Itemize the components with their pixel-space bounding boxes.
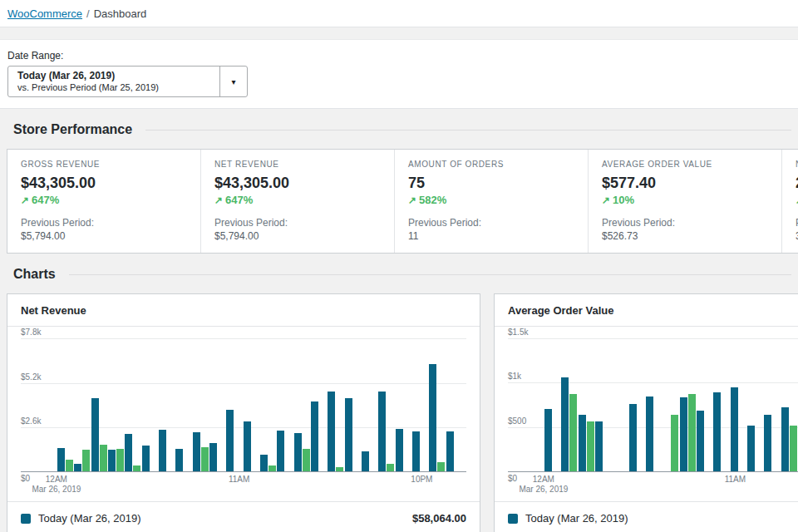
bar bbox=[260, 455, 268, 471]
stat-previous-value: $5,794.00 bbox=[214, 230, 381, 243]
bar bbox=[764, 415, 771, 471]
bar bbox=[437, 462, 445, 471]
stat-value: $577.40 bbox=[602, 175, 768, 192]
bar-group-5am bbox=[629, 327, 646, 471]
stat-growth-value: 582% bbox=[419, 194, 446, 206]
bar-group-11am bbox=[244, 327, 260, 471]
net-revenue-plot: $7.8k$5.2k$2.6k$0 bbox=[21, 327, 466, 471]
bar-series bbox=[57, 327, 463, 471]
bar-group-3am bbox=[108, 327, 125, 471]
header-divider bbox=[145, 130, 791, 131]
stat-label: NET REVENUE bbox=[214, 160, 381, 169]
y-axis-tick-label: $500 bbox=[508, 416, 526, 426]
bar bbox=[747, 426, 755, 472]
bar bbox=[193, 432, 200, 471]
bar bbox=[268, 466, 276, 471]
stat-card-number-of-items-sold[interactable]: NUMBER OF ITEMS SOLD 2,532 ↗76% Previous… bbox=[782, 150, 798, 253]
bar bbox=[688, 394, 696, 471]
bar-group-3am bbox=[595, 327, 612, 471]
bar bbox=[125, 434, 132, 471]
stat-card-gross-revenue[interactable]: GROSS REVENUE $43,305.00 ↗647% Previous … bbox=[7, 150, 201, 253]
chart-title: Average Order Value bbox=[495, 294, 798, 327]
bar bbox=[412, 431, 420, 471]
trend-up-icon: ↗ bbox=[408, 195, 416, 206]
bar bbox=[396, 429, 403, 471]
chevron-down-icon[interactable]: ▾ bbox=[219, 66, 247, 96]
bar bbox=[74, 464, 81, 471]
bar bbox=[387, 464, 394, 471]
bar-group-9pm bbox=[412, 327, 429, 471]
bar bbox=[209, 443, 217, 471]
chart-title: Net Revenue bbox=[7, 294, 480, 327]
date-range-label: Date Range: bbox=[7, 50, 791, 62]
date-range-comparison: vs. Previous Period (Mar 25, 2019) bbox=[17, 82, 210, 93]
bar-group-7am bbox=[175, 327, 192, 471]
bar-group-11pm bbox=[446, 327, 463, 471]
stat-card-average-order-value[interactable]: AVERAGE ORDER VALUE $577.40 ↗10% Previou… bbox=[589, 150, 782, 253]
bar-group-12am bbox=[544, 327, 561, 471]
y-axis-tick-label: $1.5k bbox=[508, 328, 528, 337]
bar bbox=[201, 447, 209, 471]
bar-group-6pm bbox=[362, 327, 378, 471]
breadcrumb-woocommerce-link[interactable]: WooCommerce bbox=[7, 7, 82, 20]
bar bbox=[294, 433, 302, 471]
breadcrumb: WooCommerce / Dashboard bbox=[0, 0, 798, 27]
x-axis-tick-label: 11AM bbox=[725, 475, 746, 485]
bar bbox=[697, 411, 704, 471]
bar-series bbox=[544, 327, 798, 471]
x-axis-tick-label: 12AMMar 26, 2019 bbox=[519, 475, 568, 495]
legend-total: $58,064.00 bbox=[412, 512, 466, 525]
y-axis-tick-label: $2.6k bbox=[21, 416, 41, 426]
bar bbox=[303, 449, 310, 471]
bar bbox=[790, 426, 797, 472]
bar-group-9am bbox=[697, 327, 713, 471]
bar-group-6am bbox=[159, 327, 175, 471]
y-axis-tick-label: $1k bbox=[508, 372, 521, 381]
legend-label: Today (Mar 26, 2019) bbox=[38, 512, 141, 525]
bar-group-5pm bbox=[345, 327, 362, 471]
date-range-primary: Today (Mar 26, 2019) bbox=[17, 70, 210, 82]
legend-label: Today (Mar 26, 2019) bbox=[525, 512, 628, 525]
stat-growth-value: 647% bbox=[32, 194, 59, 206]
legend-item[interactable]: Today (Mar 26, 2019)$577.40 bbox=[495, 502, 798, 532]
y-axis-tick-label: $7.8k bbox=[21, 328, 41, 337]
bar bbox=[159, 430, 166, 471]
bar-group-10pm bbox=[429, 327, 446, 471]
bar-group-4am bbox=[612, 327, 628, 471]
bar-group-8am bbox=[193, 327, 209, 471]
stat-growth: ↗10% bbox=[602, 194, 768, 207]
bar-group-7pm bbox=[378, 327, 395, 471]
legend-item[interactable]: Today (Mar 26, 2019)$58,064.00 bbox=[7, 502, 480, 532]
trend-up-icon: ↗ bbox=[602, 195, 610, 206]
bar-group-11am bbox=[731, 327, 747, 471]
bar bbox=[66, 460, 73, 471]
bar bbox=[116, 449, 124, 471]
woocommerce-dashboard-page: WooCommerce / Dashboard Date Range: Toda… bbox=[0, 0, 798, 532]
date-range-section: Date Range: Today (Mar 26, 2019) vs. Pre… bbox=[0, 39, 798, 109]
bar bbox=[378, 392, 386, 471]
bar bbox=[345, 398, 352, 471]
stat-card-amount-of-orders[interactable]: AMOUNT OF ORDERS 75 ↗582% Previous Perio… bbox=[395, 150, 589, 253]
average-order-value-x-axis: 12AMMar 26, 201911AM bbox=[508, 471, 798, 500]
net-revenue-legend: Today (Mar 26, 2019)$58,064.00Previous P… bbox=[7, 501, 480, 532]
date-range-dropdown[interactable]: Today (Mar 26, 2019) vs. Previous Period… bbox=[7, 66, 248, 97]
stat-previous-value: $5,794.00 bbox=[21, 230, 187, 243]
bar bbox=[429, 364, 436, 471]
stat-card-net-revenue[interactable]: NET REVENUE $43,305.00 ↗647% Previous Pe… bbox=[201, 150, 395, 253]
bar bbox=[244, 421, 251, 471]
bar-group-9am bbox=[209, 327, 226, 471]
charts-row: Net Revenue $7.8k$5.2k$2.6k$0 12AMMar 26… bbox=[7, 293, 791, 532]
stat-growth-value: 647% bbox=[225, 194, 253, 206]
bar bbox=[731, 387, 738, 471]
store-performance-title: Store Performance bbox=[13, 122, 132, 137]
bar-group-2pm bbox=[781, 327, 798, 471]
bar-group-12am bbox=[57, 327, 74, 471]
stat-label: AVERAGE ORDER VALUE bbox=[602, 160, 768, 169]
bar-group-2am bbox=[579, 327, 595, 471]
legend-swatch-icon bbox=[21, 514, 31, 524]
bar bbox=[100, 445, 107, 471]
bar bbox=[680, 397, 687, 471]
average-order-value-legend: Today (Mar 26, 2019)$577.40Previous Peri… bbox=[495, 501, 798, 532]
trend-up-icon: ↗ bbox=[214, 195, 223, 206]
store-performance-stats: GROSS REVENUE $43,305.00 ↗647% Previous … bbox=[7, 149, 798, 254]
